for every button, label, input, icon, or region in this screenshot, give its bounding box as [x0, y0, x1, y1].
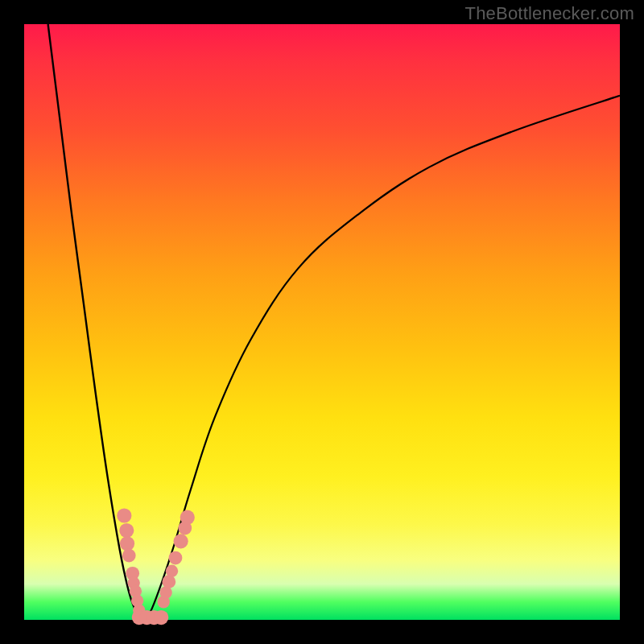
chart-frame: TheBottlenecker.com: [0, 0, 644, 644]
data-marker: [162, 575, 175, 588]
data-marker: [119, 523, 134, 538]
data-marker: [120, 536, 134, 551]
chart-svg: [24, 24, 620, 620]
watermark-text: TheBottlenecker.com: [465, 3, 634, 24]
data-marker: [117, 508, 131, 522]
data-marker: [166, 565, 178, 577]
data-marker: [180, 510, 195, 525]
data-marker: [174, 534, 188, 548]
data-marker: [154, 610, 168, 625]
marker-layer: [117, 508, 195, 625]
plot-area: [24, 24, 620, 620]
data-marker: [169, 551, 183, 565]
right-curve: [147, 96, 620, 620]
data-marker: [122, 549, 136, 563]
